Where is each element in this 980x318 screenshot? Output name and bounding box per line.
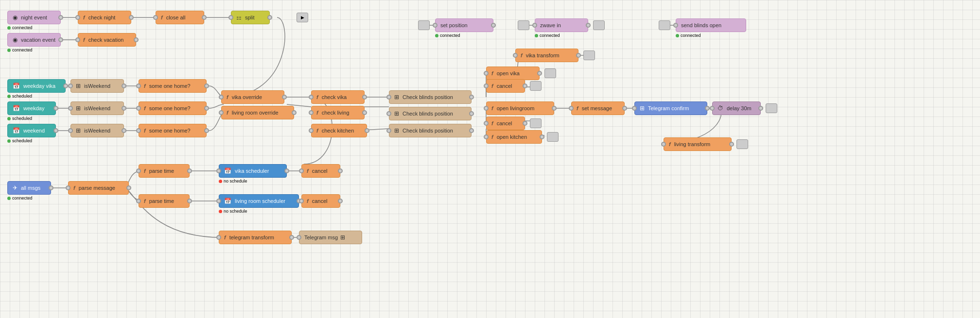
check-vacation-port-right[interactable] xyxy=(134,37,139,42)
check-kitchen-port-left[interactable] xyxy=(309,128,314,133)
some-home-2-node[interactable]: f some one home? xyxy=(139,101,207,115)
set-message-node[interactable]: f set message xyxy=(571,101,625,115)
all-msgs-port-right[interactable] xyxy=(49,185,53,190)
weekend-node[interactable]: 📅 weekend xyxy=(7,124,56,137)
split-port-right[interactable] xyxy=(267,15,272,20)
all-msgs-node[interactable]: ✈ all msgs xyxy=(7,181,51,195)
check-vika-node[interactable]: f check vika xyxy=(311,90,365,104)
check-vika-port-left[interactable] xyxy=(309,95,314,100)
isweekend-2-node[interactable]: ⊞ isWeekend xyxy=(70,101,124,115)
vika-override-port-left[interactable] xyxy=(219,95,224,100)
check-night-node[interactable]: f check night xyxy=(78,11,131,24)
parse-time-2-node[interactable]: f parse time xyxy=(139,194,190,208)
vika-transform-node[interactable]: f vika transform xyxy=(515,49,578,62)
close-all-node[interactable]: f close all xyxy=(156,11,204,24)
open-vika-node[interactable]: f open vika xyxy=(486,67,540,80)
some-home3-port-right[interactable] xyxy=(204,128,209,133)
living-override-port-right[interactable] xyxy=(292,110,297,115)
blinds-pos-1-node[interactable]: ⊞ Check blinds position xyxy=(389,90,472,104)
delay-30m-port-left[interactable] xyxy=(710,106,715,111)
check-night-port-left[interactable] xyxy=(75,15,80,20)
cancel-1-node[interactable]: f cancel xyxy=(486,79,525,93)
some-home-3-node[interactable]: f some one home? xyxy=(139,124,207,137)
port-after-open-kitchen[interactable] xyxy=(547,132,559,142)
living-transform-node[interactable]: f living transform xyxy=(664,137,732,151)
check-vacation-node[interactable]: f check vacation xyxy=(78,33,136,47)
check-vika-port-right[interactable] xyxy=(362,95,367,100)
vacation-event-node[interactable]: ◉ vacation event xyxy=(7,33,61,47)
vika-scheduler-node[interactable]: 📅 vika scheduler xyxy=(219,164,287,178)
port-after-vika-transform[interactable] xyxy=(583,50,595,60)
living-room-scheduler-node[interactable]: 📅 living room scheduler xyxy=(219,194,299,208)
cancel-3-node[interactable]: f cancel xyxy=(301,164,340,178)
open-livingroom-node[interactable]: f open livingroom xyxy=(486,101,554,115)
isweekend2-port-right[interactable] xyxy=(122,106,126,111)
some-home-1-node[interactable]: f some one home? xyxy=(139,79,207,93)
vacation-event-port-right[interactable] xyxy=(58,37,63,42)
split-port-left[interactable] xyxy=(228,15,233,20)
port-after-cancel1[interactable] xyxy=(530,81,542,91)
telegram-transform-port-right[interactable] xyxy=(289,235,294,240)
cancel3-port-right[interactable] xyxy=(338,168,343,173)
isweekend-1-node[interactable]: ⊞ isWeekend xyxy=(70,79,124,93)
set-position-node[interactable]: set position xyxy=(435,18,493,32)
port-after-delay[interactable] xyxy=(766,103,777,113)
check-kitchen-port-right[interactable] xyxy=(365,128,369,133)
blinds3-port-right[interactable] xyxy=(469,128,474,133)
check-living-port-right[interactable] xyxy=(362,110,367,115)
delay-30m-port-right[interactable] xyxy=(758,106,763,111)
set-position-port-left[interactable] xyxy=(433,23,438,28)
close-all-port-right[interactable] xyxy=(202,15,207,20)
some-home1-port-left[interactable] xyxy=(136,84,141,88)
port-after-cancel2[interactable] xyxy=(530,118,542,128)
open-vika-port-left[interactable] xyxy=(484,71,489,76)
zwave-in-port-left[interactable] xyxy=(532,23,537,28)
vika-scheduler-port-left[interactable] xyxy=(216,168,221,173)
open-vika-port-right[interactable] xyxy=(537,71,542,76)
close-all-port-left[interactable] xyxy=(153,15,158,20)
cancel2-port-right[interactable] xyxy=(523,121,527,126)
blinds1-port-right[interactable] xyxy=(469,95,474,100)
open-kitchen-port-right[interactable] xyxy=(540,134,544,139)
some-home3-port-left[interactable] xyxy=(136,128,141,133)
send-blinds-open-node[interactable]: send blinds open xyxy=(676,18,746,32)
weekday-vika-port-right[interactable] xyxy=(63,84,68,88)
port-after-zwave[interactable] xyxy=(593,20,605,30)
isweekend1-port-left[interactable] xyxy=(68,84,73,88)
cancel1-port-left[interactable] xyxy=(484,84,489,88)
set-message-port-right[interactable] xyxy=(622,106,627,111)
cancel4-port-right[interactable] xyxy=(338,199,343,203)
weekday-node[interactable]: 📅 weekday xyxy=(7,101,56,115)
check-living-port-left[interactable] xyxy=(309,110,314,115)
living-scheduler-port-left[interactable] xyxy=(216,199,221,203)
parse-time1-port-right[interactable] xyxy=(187,168,192,173)
isweekend3-port-right[interactable] xyxy=(122,128,126,133)
blinds-pos-3-node[interactable]: ⊞ Check blinds position xyxy=(389,124,472,137)
weekday-port-right[interactable] xyxy=(53,106,58,111)
blinds1-port-left[interactable] xyxy=(386,95,391,100)
check-kitchen-node[interactable]: f check kitchen xyxy=(311,124,367,137)
send-blinds-port-left[interactable] xyxy=(673,23,678,28)
telegram-confirm-port-right[interactable] xyxy=(705,106,710,111)
cancel2-port-left[interactable] xyxy=(484,121,489,126)
port-before-set-position[interactable] xyxy=(418,20,430,30)
telegram-confirm-port-left[interactable] xyxy=(632,106,637,111)
some-home2-port-left[interactable] xyxy=(136,106,141,111)
parse-time2-port-right[interactable] xyxy=(187,199,192,203)
parse-time-1-node[interactable]: f parse time xyxy=(139,164,190,178)
port-after-open-vika[interactable] xyxy=(544,68,556,78)
blinds-pos-2-node[interactable]: ⊞ Check blinds position xyxy=(389,107,472,120)
cancel1-port-right[interactable] xyxy=(523,84,527,88)
some-home1-port-right[interactable] xyxy=(204,84,209,88)
set-message-port-left[interactable] xyxy=(569,106,574,111)
cancel-4-node[interactable]: f cancel xyxy=(301,194,340,208)
open-kitchen-node[interactable]: f open kitchen xyxy=(486,130,542,144)
parse-time1-port-left[interactable] xyxy=(136,168,141,173)
isweekend2-port-left[interactable] xyxy=(68,106,73,111)
living-room-override-node[interactable]: f living room override xyxy=(221,106,294,119)
living-transform-port-left[interactable] xyxy=(661,142,666,147)
port-after-living-transform[interactable] xyxy=(736,139,748,149)
check-night-port-right[interactable] xyxy=(129,15,134,20)
blinds2-port-left[interactable] xyxy=(386,111,391,116)
port-before-send-blinds[interactable] xyxy=(659,20,670,30)
